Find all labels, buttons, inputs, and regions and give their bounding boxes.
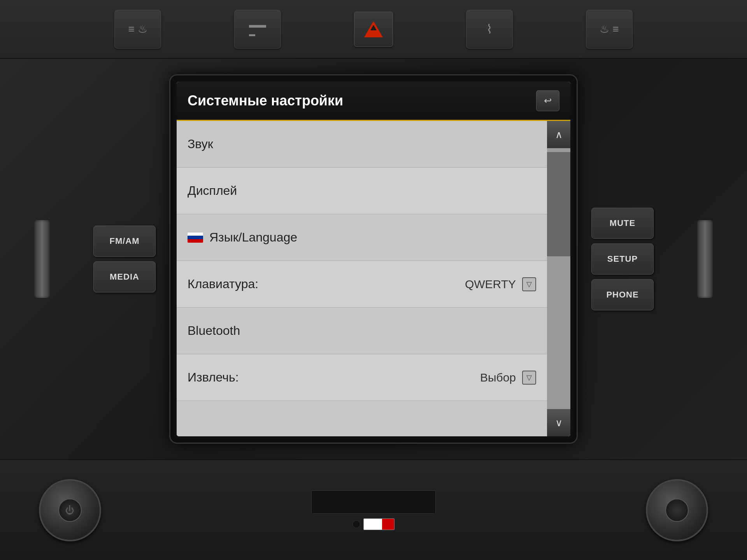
right-knob[interactable] bbox=[646, 479, 708, 541]
screen-header: Системные настройки ↩ bbox=[177, 82, 570, 121]
menu-area: Звук Дисплей bbox=[177, 121, 570, 436]
bottom-panel: ⏻ bbox=[0, 459, 747, 560]
menu-item-display[interactable]: Дисплей bbox=[177, 168, 547, 214]
phone-button[interactable]: PHONE bbox=[591, 279, 654, 310]
menu-item-keyboard[interactable]: Клавиатура: QWERTY ▽ bbox=[177, 261, 547, 308]
scroll-thumb bbox=[547, 152, 570, 256]
microphone-hole bbox=[352, 520, 360, 528]
seat-heat-right-icon: ♨ ≡ bbox=[600, 24, 619, 35]
menu-item-language-label: Язык/Language bbox=[209, 230, 536, 245]
left-knob-inner: ⏻ bbox=[58, 499, 82, 522]
car-panel: ≡ ♨ ▬▬▬ ⌇ ♨ ≡ FM/AM MEDIA bbox=[0, 0, 747, 560]
scroll-up-icon: ∧ bbox=[555, 129, 563, 141]
eject-dropdown-icon[interactable]: ▽ bbox=[522, 371, 536, 385]
setup-button[interactable]: SETUP bbox=[591, 243, 654, 275]
screen: Системные настройки ↩ Звук Диспл bbox=[177, 82, 570, 436]
scroll-up-button[interactable]: ∧ bbox=[547, 121, 570, 148]
power-icon: ⏻ bbox=[59, 499, 81, 521]
seat-heat-left-icon: ≡ ♨ bbox=[128, 24, 147, 35]
sd-card bbox=[363, 518, 395, 530]
keyboard-value: QWERTY bbox=[465, 278, 516, 291]
menu-item-bluetooth[interactable]: Bluetooth bbox=[177, 308, 547, 354]
sd-card-area bbox=[352, 518, 395, 530]
media-button[interactable]: MEDIA bbox=[93, 261, 156, 292]
cd-slot bbox=[311, 490, 436, 514]
back-button[interactable]: ↩ bbox=[536, 90, 559, 111]
left-knob[interactable]: ⏻ bbox=[39, 479, 101, 541]
rear-defrost-icon: ▬▬▬ bbox=[249, 21, 266, 38]
screen-title: Системные настройки bbox=[188, 93, 343, 109]
bottom-center bbox=[311, 490, 436, 530]
wipers-button[interactable]: ⌇ bbox=[466, 10, 513, 49]
menu-list: Звук Дисплей bbox=[177, 121, 547, 436]
mute-button[interactable]: MUTE bbox=[591, 208, 654, 239]
left-scroll-handle[interactable] bbox=[34, 220, 50, 298]
scroll-track[interactable] bbox=[547, 148, 570, 409]
rear-defrost-button[interactable]: ▬▬▬ bbox=[234, 10, 281, 49]
right-scroll-handle[interactable] bbox=[697, 220, 713, 298]
menu-item-sound-label: Звук bbox=[188, 137, 536, 151]
screen-container: Системные настройки ↩ Звук Диспл bbox=[169, 74, 578, 444]
seat-heat-right-button[interactable]: ♨ ≡ bbox=[586, 10, 633, 49]
center-area: FM/AM MEDIA Системные настройки ↩ bbox=[0, 59, 747, 459]
seat-heat-left-button[interactable]: ≡ ♨ bbox=[114, 10, 161, 49]
scroll-down-icon: ∨ bbox=[555, 417, 563, 429]
menu-item-language[interactable]: Язык/Language bbox=[177, 214, 547, 261]
menu-item-sound[interactable]: Звук bbox=[177, 121, 547, 168]
menu-item-bluetooth-label: Bluetooth bbox=[188, 324, 536, 338]
russian-flag-icon bbox=[188, 233, 203, 243]
scroll-down-button[interactable]: ∨ bbox=[547, 409, 570, 436]
left-buttons: FM/AM MEDIA bbox=[93, 226, 156, 292]
scrollbar: ∧ ∨ bbox=[547, 121, 570, 436]
right-knob-inner bbox=[665, 499, 689, 522]
wipers-icon: ⌇ bbox=[486, 23, 493, 35]
keyboard-dropdown-icon[interactable]: ▽ bbox=[522, 277, 536, 291]
menu-item-eject[interactable]: Извлечь: Выбор ▽ bbox=[177, 354, 547, 401]
menu-item-display-label: Дисплей bbox=[188, 184, 536, 198]
hazard-button[interactable] bbox=[354, 12, 393, 47]
hazard-icon bbox=[364, 21, 383, 37]
right-buttons: MUTE SETUP PHONE bbox=[591, 208, 654, 310]
top-button-bar: ≡ ♨ ▬▬▬ ⌇ ♨ ≡ bbox=[0, 0, 747, 59]
menu-item-keyboard-label: Клавиатура: bbox=[188, 277, 465, 291]
menu-item-eject-label: Извлечь: bbox=[188, 370, 480, 385]
fm-am-button[interactable]: FM/AM bbox=[93, 226, 156, 257]
eject-value: Выбор bbox=[480, 371, 516, 384]
back-icon: ↩ bbox=[544, 95, 552, 106]
